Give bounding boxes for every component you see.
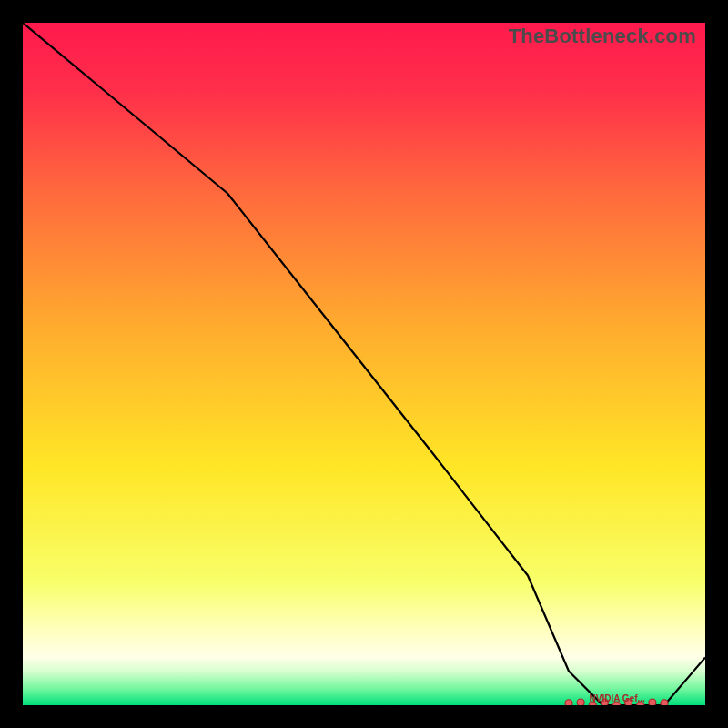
- gpu-label: NVIDIA Gef...: [590, 693, 645, 703]
- chart-svg: [23, 23, 705, 705]
- marker-dot: [565, 700, 572, 705]
- outer-frame: TheBottleneck.com NVIDIA Gef...: [0, 0, 728, 728]
- marker-dot: [661, 700, 668, 705]
- watermark-text: TheBottleneck.com: [509, 25, 696, 48]
- marker-dot: [649, 699, 656, 705]
- chart-plot-area: TheBottleneck.com NVIDIA Gef...: [23, 23, 705, 705]
- marker-dot: [577, 699, 584, 705]
- gradient-background: [23, 23, 705, 705]
